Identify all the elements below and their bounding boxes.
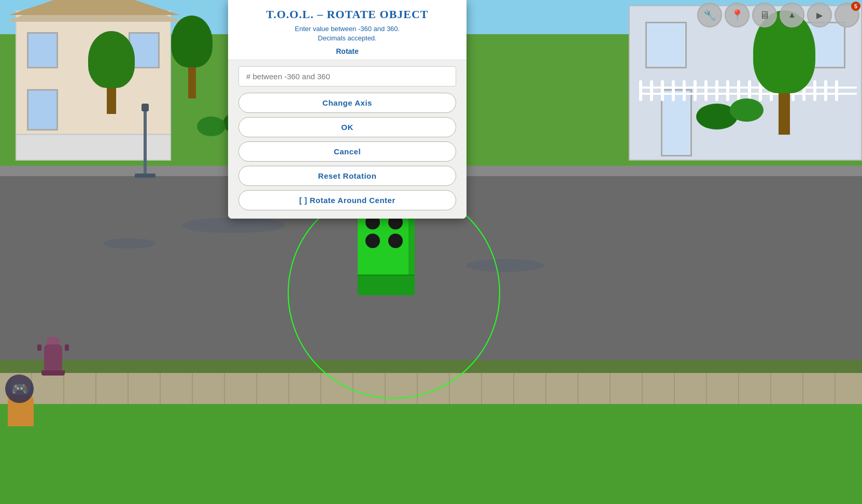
rotate-label: Rotate bbox=[238, 47, 456, 55]
change-axis-button[interactable]: Change Axis bbox=[238, 93, 456, 113]
modal-body: Change Axis OK Cancel Reset Rotation [ ]… bbox=[228, 60, 467, 219]
modal-subtitle-line2: Decimals accepted. bbox=[318, 34, 376, 42]
modal-subtitle-line1: Enter value between -360 and 360. bbox=[295, 25, 400, 33]
modal-subtitle: Enter value between -360 and 360. Decima… bbox=[238, 24, 456, 43]
rotation-value-input[interactable] bbox=[238, 66, 456, 87]
rotate-around-center-button[interactable]: [ ] Rotate Around Center bbox=[238, 190, 456, 210]
modal-overlay: T.O.O.L. – Rotate Object Enter value bet… bbox=[0, 0, 862, 504]
cancel-button[interactable]: Cancel bbox=[238, 141, 456, 162]
modal-dialog: T.O.O.L. – Rotate Object Enter value bet… bbox=[228, 0, 467, 219]
modal-header: T.O.O.L. – Rotate Object Enter value bet… bbox=[228, 0, 467, 60]
modal-title: T.O.O.L. – Rotate Object bbox=[238, 8, 456, 21]
reset-rotation-button[interactable]: Reset Rotation bbox=[238, 166, 456, 186]
ok-button[interactable]: OK bbox=[238, 117, 456, 137]
